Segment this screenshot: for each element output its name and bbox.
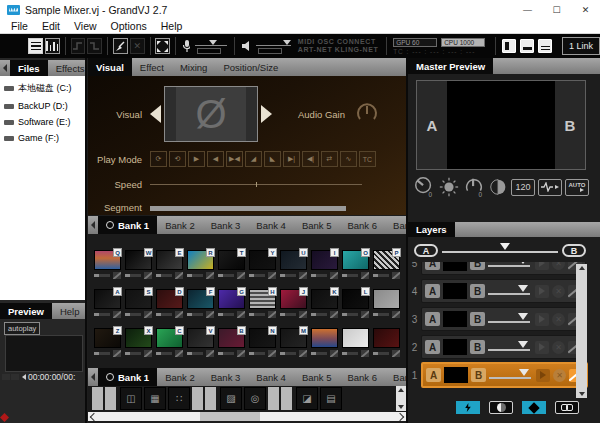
clip-edit-icon[interactable] (330, 311, 338, 318)
layer-strip[interactable]: AB✕ (421, 362, 588, 388)
layer-strip[interactable]: AB✕ (421, 262, 586, 275)
tab-files[interactable]: Files (10, 60, 48, 76)
clip-edit-icon[interactable] (299, 350, 307, 357)
tab-bank-3[interactable]: Bank 3 (203, 368, 249, 386)
loop-backward-icon[interactable]: ⟲ (169, 151, 186, 167)
tab-bank-4[interactable]: Bank 4 (248, 368, 294, 386)
tab-mixing[interactable]: Mixing (172, 58, 215, 76)
play-forward-icon[interactable]: ▶ (188, 151, 205, 167)
layer-strip[interactable]: AB✕ (421, 279, 586, 303)
clip-cell-m[interactable]: M (280, 328, 311, 367)
wipe-effect-icon[interactable]: ◪ (296, 387, 318, 410)
clip-edit-icon[interactable] (113, 272, 121, 279)
brightness-icon[interactable] (438, 174, 460, 200)
stripes-effect-icon[interactable]: ▤ (320, 387, 342, 410)
scrollbar-thumb[interactable] (200, 412, 260, 421)
empty-slot-pair[interactable] (92, 387, 118, 410)
clip-edit-icon[interactable] (206, 350, 214, 357)
clip-edit-icon[interactable] (330, 350, 338, 357)
layer-row-1[interactable]: 1AB✕ (408, 362, 588, 388)
layer-thumbnail[interactable] (443, 262, 467, 271)
layer-a-button[interactable]: A (425, 284, 440, 298)
crossfader-track[interactable] (442, 251, 558, 253)
ping-pong-icon[interactable]: ▶◀ (226, 151, 243, 167)
clip-edit-icon[interactable] (330, 272, 338, 279)
clip-cell-i[interactable]: I (311, 250, 342, 289)
scroll-up-icon[interactable] (579, 266, 585, 270)
tab-bank[interactable]: Bank (385, 216, 406, 234)
clip-cell-v[interactable]: V (187, 328, 218, 367)
next-visual-icon[interactable] (261, 105, 272, 123)
clip-edit-icon[interactable] (206, 311, 214, 318)
clip-cell-p[interactable]: P (373, 250, 404, 289)
clip-cell[interactable] (311, 328, 342, 367)
drive-item-c[interactable]: 本地磁盘 (C:) (0, 79, 85, 98)
layer-strip[interactable]: AB✕ (421, 335, 586, 359)
clip-cell-e[interactable]: E (156, 250, 187, 289)
minimize-button[interactable]: — (513, 0, 542, 19)
clip-edit-icon[interactable] (175, 311, 183, 318)
clip-edit-icon[interactable] (392, 272, 400, 279)
clip-thumbnail[interactable] (373, 328, 400, 348)
clip-edit-icon[interactable] (268, 311, 276, 318)
layers-scrollbar[interactable] (576, 264, 587, 398)
fullscreen-button[interactable] (155, 38, 170, 54)
reverse-pause-icon[interactable]: ◀| (302, 151, 319, 167)
transport-cell[interactable] (11, 374, 19, 380)
layer-clear-button[interactable]: ✕ (552, 262, 565, 270)
clip-edit-icon[interactable] (237, 350, 245, 357)
layer-b-button[interactable]: B (470, 262, 485, 270)
play-pause-icon[interactable]: ▶| (283, 151, 300, 167)
preview-audio-icon[interactable] (22, 374, 26, 380)
layer-clear-button[interactable]: ✕ (552, 341, 565, 354)
clip-cell-c[interactable]: C (156, 328, 187, 367)
bank-scroll-left-icon[interactable] (91, 221, 95, 229)
clip-cell-h[interactable]: H (249, 289, 280, 328)
tab-bank-5[interactable]: Bank 5 (294, 216, 340, 234)
empty-slot-pair[interactable] (268, 387, 294, 410)
auto-bpm-button[interactable]: AUTO (565, 179, 589, 196)
drive-item-game-f[interactable]: Game (F:) (0, 130, 85, 146)
previous-visual-icon[interactable] (150, 105, 161, 123)
clip-edit-icon[interactable] (113, 311, 121, 318)
slider-handle[interactable] (518, 285, 528, 292)
clip-edit-icon[interactable] (268, 272, 276, 279)
slider-handle[interactable] (518, 313, 528, 320)
clip-cell[interactable] (373, 328, 404, 367)
layer-clear-button[interactable]: ✕ (552, 285, 565, 298)
tab-bank-5[interactable]: Bank 5 (294, 368, 340, 386)
tab-help[interactable]: Help (52, 303, 85, 319)
drive-item-backup-d[interactable]: BackUP (D:) (0, 98, 85, 114)
clip-cell-u[interactable]: U (280, 250, 311, 289)
layer-opacity-slider[interactable] (488, 312, 532, 326)
layer-play-button[interactable] (535, 285, 549, 298)
mic-level-slider[interactable] (195, 39, 227, 53)
layer-thumbnail[interactable] (443, 311, 467, 327)
tab-bank-6[interactable]: Bank 6 (339, 216, 385, 234)
clip-cell-g[interactable]: G (218, 289, 249, 328)
tab-scroll-left-icon[interactable] (3, 64, 7, 72)
slider-handle[interactable] (518, 262, 528, 264)
clip-cell-s[interactable]: S (125, 289, 156, 328)
layer-clear-button[interactable]: ✕ (553, 369, 566, 382)
tab-master-preview[interactable]: Master Preview (408, 58, 493, 74)
once-forward-icon[interactable]: ◢ (245, 151, 262, 167)
transport-cell[interactable] (2, 374, 10, 380)
clip-cell-d[interactable]: D (156, 289, 187, 328)
tab-effect[interactable]: Effect (132, 58, 172, 76)
clip-edit-icon[interactable] (392, 311, 400, 318)
layer-b-button[interactable]: B (471, 368, 486, 382)
clip-edit-icon[interactable] (237, 311, 245, 318)
layer-play-button[interactable] (535, 341, 549, 354)
clip-edit-icon[interactable] (361, 272, 369, 279)
loop-forward-icon[interactable]: ⟳ (150, 151, 167, 167)
clip-cell[interactable] (342, 328, 373, 367)
speed-slider[interactable] (150, 184, 362, 185)
speed-handle[interactable] (256, 182, 257, 187)
layer-opacity-slider[interactable] (488, 340, 532, 354)
output-layout-left-button[interactable] (502, 39, 516, 53)
scroll-right-icon[interactable] (396, 412, 404, 420)
layer-opacity-slider[interactable] (488, 284, 532, 298)
clip-edit-icon[interactable] (237, 272, 245, 279)
layer-thumbnail[interactable] (443, 339, 467, 355)
